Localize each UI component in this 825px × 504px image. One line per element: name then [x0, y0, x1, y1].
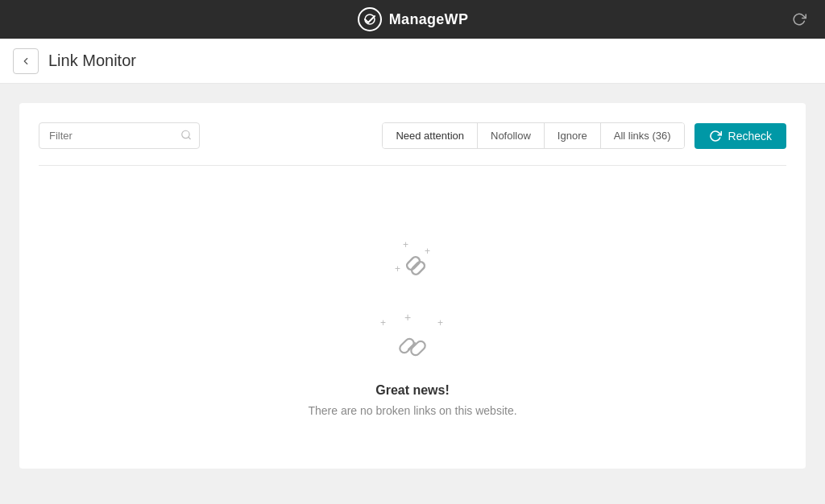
broken-link-icon: + + + [380, 230, 445, 295]
header-bar: Link Monitor [0, 39, 825, 84]
logo: ManageWP [357, 6, 468, 32]
tab-ignore[interactable]: Ignore [545, 123, 601, 148]
main-content: Need attention Nofollow Ignore All links… [0, 84, 825, 504]
back-arrow-icon [20, 56, 31, 67]
tab-nofollow[interactable]: Nofollow [478, 123, 545, 148]
svg-rect-8 [410, 260, 426, 276]
back-button[interactable] [13, 48, 39, 74]
recheck-button[interactable]: Recheck [694, 123, 786, 149]
toolbar: Need attention Nofollow Ignore All links… [39, 122, 786, 149]
svg-rect-7 [405, 255, 421, 271]
svg-point-0 [359, 8, 381, 31]
empty-state-title: Great news! [375, 383, 450, 398]
toolbar-right: Need attention Nofollow Ignore All links… [382, 122, 786, 149]
page-title: Link Monitor [48, 52, 136, 70]
recheck-icon [709, 130, 722, 143]
refresh-icon [792, 12, 806, 27]
svg-point-1 [365, 14, 375, 24]
recheck-label: Recheck [728, 130, 772, 143]
svg-text:+: + [425, 246, 430, 257]
logo-text: ManageWP [389, 11, 468, 28]
filter-input[interactable] [39, 122, 200, 149]
empty-state-description: There are no broken links on this websit… [308, 404, 516, 417]
tab-need-attention[interactable]: Need attention [383, 123, 478, 148]
link-monitor-card: Need attention Nofollow Ignore All links… [19, 103, 806, 469]
navbar-refresh-button[interactable] [786, 6, 812, 32]
navbar: ManageWP [0, 0, 825, 39]
svg-text:+: + [395, 263, 400, 275]
empty-state: + + + + + + Great news! [39, 166, 786, 449]
svg-text:+: + [403, 239, 408, 250]
chain-link-icon [392, 327, 433, 367]
managewp-logo-icon [357, 6, 383, 32]
svg-rect-10 [409, 340, 427, 357]
tab-group: Need attention Nofollow Ignore All links… [382, 122, 684, 149]
filter-input-wrapper [39, 122, 200, 149]
tab-all-links[interactable]: All links (36) [601, 123, 684, 148]
